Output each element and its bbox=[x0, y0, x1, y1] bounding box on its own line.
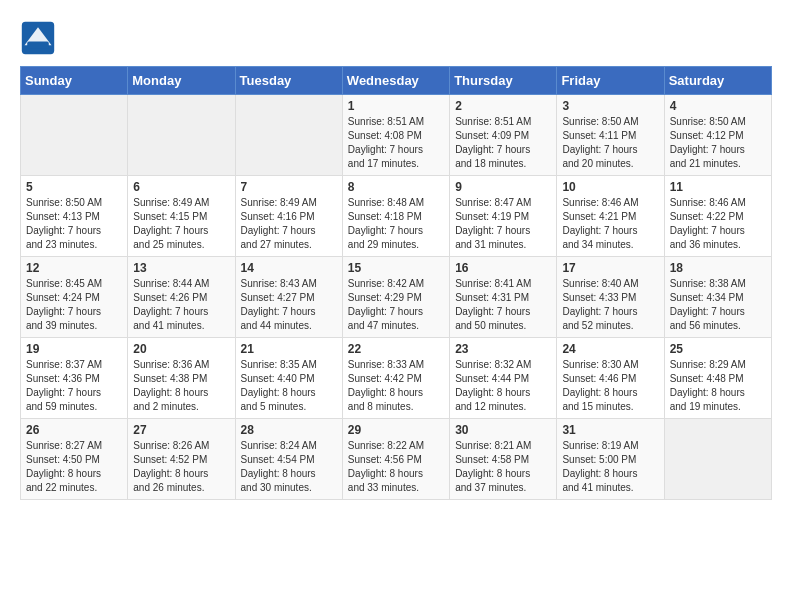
calendar-header-row: SundayMondayTuesdayWednesdayThursdayFrid… bbox=[21, 67, 772, 95]
day-info: Sunrise: 8:48 AM Sunset: 4:18 PM Dayligh… bbox=[348, 196, 444, 252]
calendar-cell bbox=[21, 95, 128, 176]
calendar: SundayMondayTuesdayWednesdayThursdayFrid… bbox=[20, 66, 772, 500]
day-info: Sunrise: 8:51 AM Sunset: 4:08 PM Dayligh… bbox=[348, 115, 444, 171]
day-of-week-header: Sunday bbox=[21, 67, 128, 95]
calendar-cell: 11Sunrise: 8:46 AM Sunset: 4:22 PM Dayli… bbox=[664, 176, 771, 257]
calendar-cell bbox=[664, 419, 771, 500]
calendar-cell: 2Sunrise: 8:51 AM Sunset: 4:09 PM Daylig… bbox=[450, 95, 557, 176]
day-number: 28 bbox=[241, 423, 337, 437]
day-info: Sunrise: 8:45 AM Sunset: 4:24 PM Dayligh… bbox=[26, 277, 122, 333]
day-info: Sunrise: 8:51 AM Sunset: 4:09 PM Dayligh… bbox=[455, 115, 551, 171]
calendar-cell: 8Sunrise: 8:48 AM Sunset: 4:18 PM Daylig… bbox=[342, 176, 449, 257]
calendar-cell: 9Sunrise: 8:47 AM Sunset: 4:19 PM Daylig… bbox=[450, 176, 557, 257]
day-of-week-header: Saturday bbox=[664, 67, 771, 95]
calendar-cell: 6Sunrise: 8:49 AM Sunset: 4:15 PM Daylig… bbox=[128, 176, 235, 257]
calendar-week-row: 1Sunrise: 8:51 AM Sunset: 4:08 PM Daylig… bbox=[21, 95, 772, 176]
day-number: 24 bbox=[562, 342, 658, 356]
day-number: 3 bbox=[562, 99, 658, 113]
calendar-cell: 18Sunrise: 8:38 AM Sunset: 4:34 PM Dayli… bbox=[664, 257, 771, 338]
day-number: 1 bbox=[348, 99, 444, 113]
day-number: 20 bbox=[133, 342, 229, 356]
calendar-cell: 16Sunrise: 8:41 AM Sunset: 4:31 PM Dayli… bbox=[450, 257, 557, 338]
day-info: Sunrise: 8:32 AM Sunset: 4:44 PM Dayligh… bbox=[455, 358, 551, 414]
day-number: 12 bbox=[26, 261, 122, 275]
day-number: 29 bbox=[348, 423, 444, 437]
day-info: Sunrise: 8:47 AM Sunset: 4:19 PM Dayligh… bbox=[455, 196, 551, 252]
page-header bbox=[20, 20, 772, 56]
day-of-week-header: Monday bbox=[128, 67, 235, 95]
calendar-week-row: 26Sunrise: 8:27 AM Sunset: 4:50 PM Dayli… bbox=[21, 419, 772, 500]
day-info: Sunrise: 8:44 AM Sunset: 4:26 PM Dayligh… bbox=[133, 277, 229, 333]
day-number: 5 bbox=[26, 180, 122, 194]
day-info: Sunrise: 8:26 AM Sunset: 4:52 PM Dayligh… bbox=[133, 439, 229, 495]
calendar-cell: 7Sunrise: 8:49 AM Sunset: 4:16 PM Daylig… bbox=[235, 176, 342, 257]
calendar-week-row: 19Sunrise: 8:37 AM Sunset: 4:36 PM Dayli… bbox=[21, 338, 772, 419]
day-number: 4 bbox=[670, 99, 766, 113]
day-number: 26 bbox=[26, 423, 122, 437]
calendar-cell: 26Sunrise: 8:27 AM Sunset: 4:50 PM Dayli… bbox=[21, 419, 128, 500]
day-info: Sunrise: 8:50 AM Sunset: 4:13 PM Dayligh… bbox=[26, 196, 122, 252]
calendar-cell: 24Sunrise: 8:30 AM Sunset: 4:46 PM Dayli… bbox=[557, 338, 664, 419]
day-of-week-header: Thursday bbox=[450, 67, 557, 95]
day-info: Sunrise: 8:46 AM Sunset: 4:22 PM Dayligh… bbox=[670, 196, 766, 252]
day-info: Sunrise: 8:41 AM Sunset: 4:31 PM Dayligh… bbox=[455, 277, 551, 333]
calendar-cell: 17Sunrise: 8:40 AM Sunset: 4:33 PM Dayli… bbox=[557, 257, 664, 338]
calendar-cell: 30Sunrise: 8:21 AM Sunset: 4:58 PM Dayli… bbox=[450, 419, 557, 500]
calendar-cell: 10Sunrise: 8:46 AM Sunset: 4:21 PM Dayli… bbox=[557, 176, 664, 257]
day-of-week-header: Tuesday bbox=[235, 67, 342, 95]
calendar-week-row: 5Sunrise: 8:50 AM Sunset: 4:13 PM Daylig… bbox=[21, 176, 772, 257]
day-info: Sunrise: 8:46 AM Sunset: 4:21 PM Dayligh… bbox=[562, 196, 658, 252]
day-of-week-header: Friday bbox=[557, 67, 664, 95]
day-number: 31 bbox=[562, 423, 658, 437]
day-of-week-header: Wednesday bbox=[342, 67, 449, 95]
calendar-cell: 15Sunrise: 8:42 AM Sunset: 4:29 PM Dayli… bbox=[342, 257, 449, 338]
day-number: 21 bbox=[241, 342, 337, 356]
day-info: Sunrise: 8:50 AM Sunset: 4:12 PM Dayligh… bbox=[670, 115, 766, 171]
calendar-cell: 12Sunrise: 8:45 AM Sunset: 4:24 PM Dayli… bbox=[21, 257, 128, 338]
day-number: 10 bbox=[562, 180, 658, 194]
calendar-cell: 13Sunrise: 8:44 AM Sunset: 4:26 PM Dayli… bbox=[128, 257, 235, 338]
day-info: Sunrise: 8:35 AM Sunset: 4:40 PM Dayligh… bbox=[241, 358, 337, 414]
calendar-cell bbox=[235, 95, 342, 176]
day-number: 2 bbox=[455, 99, 551, 113]
calendar-cell: 25Sunrise: 8:29 AM Sunset: 4:48 PM Dayli… bbox=[664, 338, 771, 419]
day-number: 6 bbox=[133, 180, 229, 194]
day-number: 15 bbox=[348, 261, 444, 275]
calendar-week-row: 12Sunrise: 8:45 AM Sunset: 4:24 PM Dayli… bbox=[21, 257, 772, 338]
calendar-cell: 23Sunrise: 8:32 AM Sunset: 4:44 PM Dayli… bbox=[450, 338, 557, 419]
day-info: Sunrise: 8:21 AM Sunset: 4:58 PM Dayligh… bbox=[455, 439, 551, 495]
day-info: Sunrise: 8:49 AM Sunset: 4:16 PM Dayligh… bbox=[241, 196, 337, 252]
svg-rect-2 bbox=[27, 42, 49, 49]
day-number: 17 bbox=[562, 261, 658, 275]
calendar-cell: 4Sunrise: 8:50 AM Sunset: 4:12 PM Daylig… bbox=[664, 95, 771, 176]
calendar-cell: 29Sunrise: 8:22 AM Sunset: 4:56 PM Dayli… bbox=[342, 419, 449, 500]
day-info: Sunrise: 8:24 AM Sunset: 4:54 PM Dayligh… bbox=[241, 439, 337, 495]
day-info: Sunrise: 8:19 AM Sunset: 5:00 PM Dayligh… bbox=[562, 439, 658, 495]
calendar-cell: 1Sunrise: 8:51 AM Sunset: 4:08 PM Daylig… bbox=[342, 95, 449, 176]
day-number: 11 bbox=[670, 180, 766, 194]
logo bbox=[20, 20, 58, 56]
day-number: 30 bbox=[455, 423, 551, 437]
day-number: 7 bbox=[241, 180, 337, 194]
day-number: 23 bbox=[455, 342, 551, 356]
day-info: Sunrise: 8:43 AM Sunset: 4:27 PM Dayligh… bbox=[241, 277, 337, 333]
calendar-cell: 27Sunrise: 8:26 AM Sunset: 4:52 PM Dayli… bbox=[128, 419, 235, 500]
calendar-cell: 22Sunrise: 8:33 AM Sunset: 4:42 PM Dayli… bbox=[342, 338, 449, 419]
day-number: 8 bbox=[348, 180, 444, 194]
day-number: 16 bbox=[455, 261, 551, 275]
calendar-cell: 19Sunrise: 8:37 AM Sunset: 4:36 PM Dayli… bbox=[21, 338, 128, 419]
day-info: Sunrise: 8:38 AM Sunset: 4:34 PM Dayligh… bbox=[670, 277, 766, 333]
day-number: 19 bbox=[26, 342, 122, 356]
day-number: 22 bbox=[348, 342, 444, 356]
day-info: Sunrise: 8:29 AM Sunset: 4:48 PM Dayligh… bbox=[670, 358, 766, 414]
calendar-cell bbox=[128, 95, 235, 176]
day-info: Sunrise: 8:22 AM Sunset: 4:56 PM Dayligh… bbox=[348, 439, 444, 495]
day-info: Sunrise: 8:27 AM Sunset: 4:50 PM Dayligh… bbox=[26, 439, 122, 495]
day-info: Sunrise: 8:49 AM Sunset: 4:15 PM Dayligh… bbox=[133, 196, 229, 252]
calendar-cell: 14Sunrise: 8:43 AM Sunset: 4:27 PM Dayli… bbox=[235, 257, 342, 338]
day-info: Sunrise: 8:40 AM Sunset: 4:33 PM Dayligh… bbox=[562, 277, 658, 333]
logo-icon bbox=[20, 20, 56, 56]
day-info: Sunrise: 8:37 AM Sunset: 4:36 PM Dayligh… bbox=[26, 358, 122, 414]
day-info: Sunrise: 8:36 AM Sunset: 4:38 PM Dayligh… bbox=[133, 358, 229, 414]
day-info: Sunrise: 8:33 AM Sunset: 4:42 PM Dayligh… bbox=[348, 358, 444, 414]
